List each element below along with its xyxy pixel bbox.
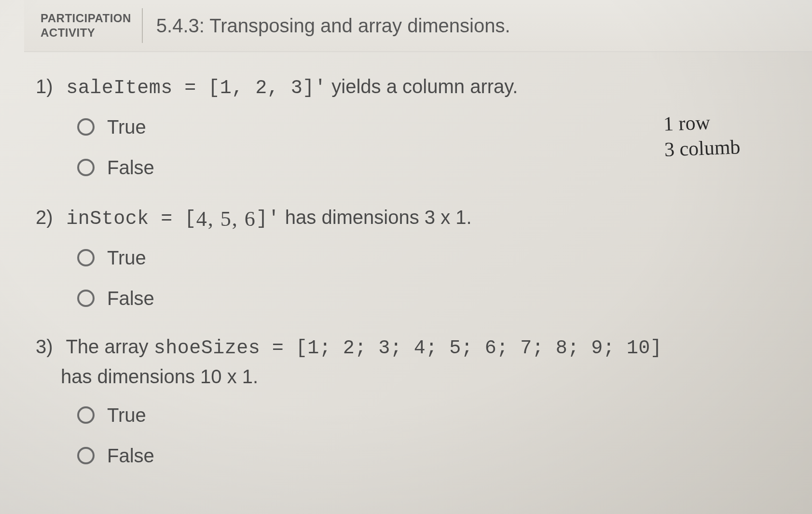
option-label-false: False (107, 284, 154, 312)
question-3-number: 3) (36, 333, 61, 361)
question-2-number: 2) (36, 203, 61, 231)
question-2-option-true[interactable]: True (77, 244, 146, 272)
radio-icon (77, 159, 95, 176)
question-3: 3) The array shoeSizes = [1; 2; 3; 4; 5;… (36, 333, 783, 470)
question-1-option-false[interactable]: False (77, 153, 154, 181)
option-label-true: True (107, 244, 146, 272)
question-1-tail: yields a column array. (326, 76, 518, 97)
header-label-line1: PARTICIPATION (41, 11, 131, 26)
radio-icon (77, 249, 95, 266)
question-2-handwritten-values: 4, 5, 6 (196, 204, 256, 235)
question-2-code-post: ]' (256, 208, 280, 230)
question-2-option-false[interactable]: False (77, 284, 154, 312)
handwritten-note-line2: 3 columb (664, 134, 741, 162)
option-label-false: False (107, 442, 154, 470)
radio-icon (77, 290, 95, 307)
header-title: 5.4.3: Transposing and array dimensions. (156, 15, 510, 37)
question-1-number: 1) (36, 72, 61, 100)
question-3-line2: has dimensions 10 x 1. (61, 362, 783, 390)
question-1-code: saleItems = [1, 2, 3]' (66, 77, 326, 99)
question-2: 2) inStock = [4, 5, 6]' has dimensions 3… (36, 202, 783, 312)
option-label-false: False (107, 153, 154, 181)
question-2-options: True False (77, 244, 783, 312)
question-3-code: shoeSizes = [1; 2; 3; 4; 5; 6; 7; 8; 9; … (154, 337, 662, 359)
header-divider (142, 8, 143, 43)
question-2-tail: has dimensions 3 x 1. (280, 207, 472, 228)
question-1-option-true[interactable]: True (77, 113, 146, 141)
radio-icon (77, 118, 95, 136)
question-3-lead: The array (66, 336, 153, 357)
question-3-option-true[interactable]: True (77, 401, 146, 429)
question-2-code-pre: inStock = [ (66, 208, 196, 230)
activity-header: PARTICIPATION ACTIVITY 5.4.3: Transposin… (24, 0, 812, 52)
handwritten-note: 1 row 3 columb (663, 109, 741, 162)
question-3-option-false[interactable]: False (77, 442, 154, 470)
radio-icon (77, 447, 95, 464)
header-label: PARTICIPATION ACTIVITY (41, 11, 131, 40)
option-label-true: True (107, 401, 146, 429)
header-label-line2: ACTIVITY (41, 26, 131, 40)
option-label-true: True (107, 113, 146, 141)
radio-icon (77, 406, 95, 424)
handwritten-note-line1: 1 row (663, 109, 740, 137)
question-3-options: True False (77, 401, 783, 470)
